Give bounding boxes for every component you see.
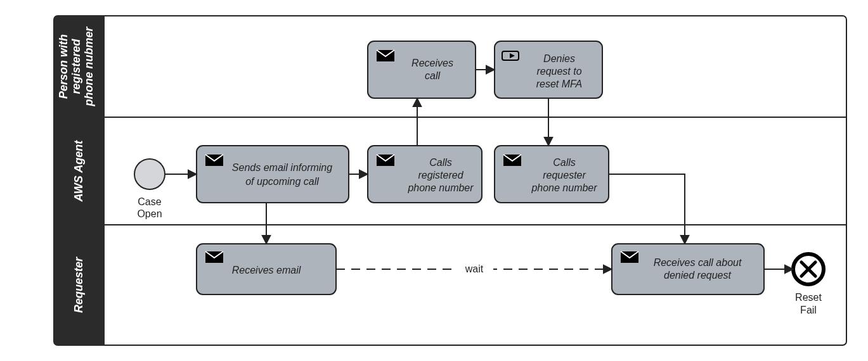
start-event: Case Open [134,159,165,219]
task-calls-registered-t2: registered [418,170,463,180]
swimlane-diagram: Person with registered phone nubmer AWS … [0,0,868,361]
lane3-label: Requester [72,256,85,313]
task-receives-denied-t2: denied request [664,270,731,281]
task-receives-call-t2: call [425,70,440,81]
end-event: Reset Fail [793,254,824,315]
svg-point-5 [134,159,165,189]
end-event-label-1: Reset [795,292,822,303]
task-calls-requester-t3: phone number [531,182,597,193]
svg-text:phone nubmer: phone nubmer [82,27,95,107]
task-receives-denied-t1: Receives call about [654,257,742,268]
envelope-icon [503,155,521,166]
envelope-icon [205,251,223,263]
envelope-icon [377,50,394,61]
flow-callsrequester-to-receivesdenied [609,174,685,244]
task-receives-call: Receives call [368,41,476,98]
task-calls-registered-t1: Calls [429,157,452,168]
task-sends-email-text2: of upcoming call [245,176,319,187]
task-sends-email-text1: Sends email informing [232,162,332,173]
task-receives-email: Receives email [197,244,336,294]
task-sends-email: Sends email informing of upcoming call [197,146,349,203]
task-denies-t2: request to [536,66,581,77]
task-denies-t1: Denies [543,53,575,64]
svg-rect-12 [368,41,476,98]
lane1-label-line1: Person with [57,34,70,99]
start-event-label-2: Open [137,208,162,219]
task-denies-t3: reset MFA [536,79,583,89]
svg-rect-6 [197,146,349,203]
task-calls-registered-t3: phone number [407,182,474,193]
envelope-icon [621,251,638,263]
lane1-label-line2: registered [70,38,82,94]
flow-wait-label: wait [465,263,484,274]
lane2-label: AWS Agent [72,140,85,202]
envelope-icon [377,155,394,166]
svg-text:Person with: Person with [57,34,70,99]
lane1-label-line3: phone nubmer [82,27,95,107]
task-receives-call-t1: Receives [411,58,453,68]
task-receives-email-text: Receives email [232,265,301,276]
task-denies-request: Denies request to reset MFA [495,41,602,98]
task-calls-requester-t1: Calls [553,157,576,168]
task-calls-requester-t2: requester [543,170,586,180]
task-calls-registered: Calls registered phone number [368,146,482,203]
task-calls-requester: Calls requester phone number [495,146,609,203]
envelope-icon [205,155,223,166]
svg-text:registered: registered [70,38,82,94]
task-receives-denied: Receives call about denied request [612,244,764,294]
end-event-label-2: Fail [800,305,817,315]
start-event-label-1: Case [138,196,161,207]
